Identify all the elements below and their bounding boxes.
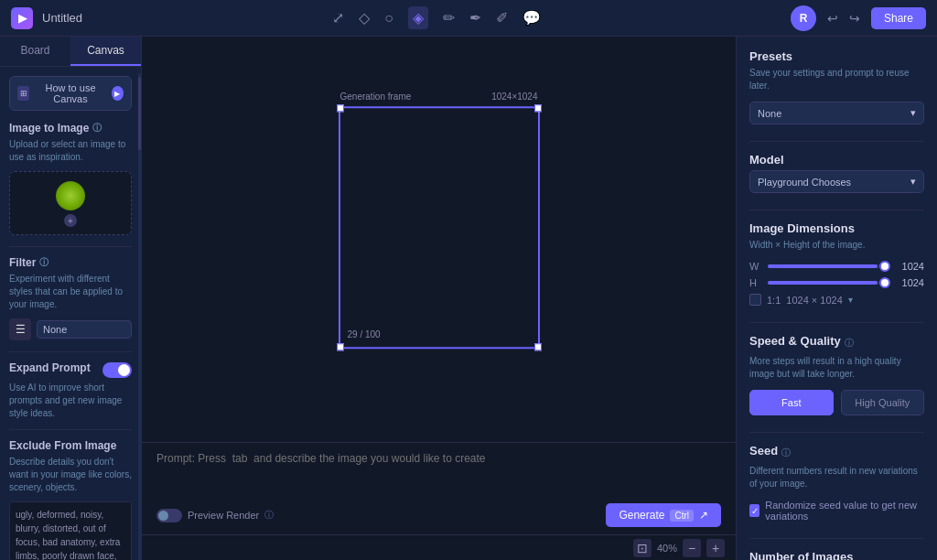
zoom-fit-button[interactable]: ⊡ xyxy=(633,539,652,557)
chevron-down-icon: ▾ xyxy=(910,107,916,119)
image-to-image-title: Image to Image ⓘ xyxy=(9,122,132,135)
exclude-textarea[interactable]: ugly, deformed, noisy, blurry, distorted… xyxy=(9,501,132,560)
height-label: H xyxy=(749,277,760,288)
divider-1 xyxy=(9,246,132,247)
frame-counter: 29 / 100 xyxy=(348,329,381,339)
divider-2 xyxy=(9,351,132,352)
aspect-chevron-icon: ▾ xyxy=(848,295,853,305)
zoom-level: 40% xyxy=(657,543,677,554)
height-slider-fill xyxy=(768,281,878,285)
generate-shortcut: Ctrl xyxy=(670,510,694,522)
document-title: Untitled xyxy=(42,11,82,25)
how-to-canvas-button[interactable]: ⊞ How to use Canvas ▶ xyxy=(9,76,132,111)
height-slider-thumb xyxy=(879,277,890,288)
corner-tr xyxy=(534,104,542,112)
undo-button[interactable]: ↩ xyxy=(824,9,842,27)
play-icon: ▶ xyxy=(112,86,124,101)
high-quality-mode-button[interactable]: High Quality xyxy=(841,390,925,415)
filter-info-icon: ⓘ xyxy=(39,256,48,269)
rs-divider-4 xyxy=(749,432,924,433)
topbar-right: R ↩ ↪ Share xyxy=(791,5,926,31)
model-chevron-icon: ▾ xyxy=(910,176,916,188)
aspect-ratio-checkbox[interactable] xyxy=(749,294,761,306)
rs-divider-1 xyxy=(749,141,924,142)
speed-quality-info-icon: ⓘ xyxy=(845,337,854,350)
width-slider-thumb xyxy=(879,261,890,272)
left-sidebar: Board Canvas ⊞ How to use Canvas ▶ Image… xyxy=(0,37,142,560)
presets-select[interactable]: None ▾ xyxy=(749,102,924,124)
topbar-left: ▶ Untitled xyxy=(11,7,82,29)
preview-render-toggle[interactable] xyxy=(156,509,182,522)
tool-shape-icon[interactable]: ○ xyxy=(384,10,393,27)
rs-divider-3 xyxy=(749,322,924,323)
expand-prompt-row: Expand Prompt xyxy=(9,361,132,378)
tool-paint-icon[interactable]: ✏ xyxy=(443,9,455,27)
aspect-ratio-row: 1:1 1024 × 1024 ▾ xyxy=(749,294,924,306)
main-layout: Board Canvas ⊞ How to use Canvas ▶ Image… xyxy=(0,37,937,560)
sidebar-content: ⊞ How to use Canvas ▶ Image to Image ⓘ U… xyxy=(0,67,141,560)
canvas-area: Generation frame 1024×1024 29 / 100 Prev… xyxy=(142,37,736,560)
filter-title: Filter ⓘ xyxy=(9,256,132,269)
prompt-input[interactable] xyxy=(156,452,721,485)
aspect-size-display: 1024 × 1024 xyxy=(786,295,842,306)
expand-prompt-title: Expand Prompt xyxy=(9,361,91,374)
topbar: ▶ Untitled ⤢ ◇ ○ ◈ ✏ ✒ ✐ 💬 R ↩ ↪ Share xyxy=(0,0,937,37)
canvas-main[interactable]: Generation frame 1024×1024 29 / 100 xyxy=(142,37,736,442)
preview-render-row: Preview Render ⓘ xyxy=(156,509,274,522)
seed-title: Seed xyxy=(749,444,778,458)
rs-divider-5 xyxy=(749,538,924,539)
randomize-seed-row: ✓ Randomize seed value to get new variat… xyxy=(749,500,924,522)
upload-preview-circle xyxy=(56,181,85,210)
aspect-ratio-label: 1:1 xyxy=(767,295,781,306)
share-button[interactable]: Share xyxy=(871,7,926,29)
canvas-footer: ⊡ 40% − + xyxy=(142,534,736,560)
preview-info-icon: ⓘ xyxy=(264,509,274,522)
image-to-image-desc: Upload or select an image to use as insp… xyxy=(9,138,132,164)
redo-button[interactable]: ↪ xyxy=(845,9,864,27)
model-title: Model xyxy=(749,153,924,167)
presets-title: Presets xyxy=(749,49,924,63)
frame-size: 1024×1024 xyxy=(491,92,537,102)
how-to-label: How to use Canvas xyxy=(35,82,106,104)
width-slider[interactable] xyxy=(768,264,889,268)
generate-arrow-icon: ↗ xyxy=(699,509,708,522)
tool-select-icon[interactable]: ◇ xyxy=(359,9,370,27)
randomize-seed-checkbox[interactable]: ✓ xyxy=(749,504,759,517)
tool-pen-icon[interactable]: ✐ xyxy=(496,9,508,27)
expand-prompt-toggle[interactable] xyxy=(102,362,132,378)
image-dimensions-section: Image Dimensions Width × Height of the i… xyxy=(749,221,924,306)
speed-quality-title: Speed & Quality xyxy=(749,334,841,348)
undo-redo-group: ↩ ↪ xyxy=(824,9,864,27)
tab-canvas[interactable]: Canvas xyxy=(70,37,141,66)
width-value: 1024 xyxy=(897,261,924,272)
tab-board[interactable]: Board xyxy=(0,37,70,66)
image-upload-area[interactable]: + xyxy=(9,171,132,235)
number-of-images-title: Number of Images xyxy=(749,550,924,560)
expand-prompt-desc: Use AI to improve short prompts and get … xyxy=(9,382,132,420)
seed-info-icon: ⓘ xyxy=(781,447,791,459)
speed-quality-section: Speed & Quality ⓘ More steps will result… xyxy=(749,334,924,415)
width-slider-fill xyxy=(768,264,878,268)
presets-value: None xyxy=(758,108,781,119)
height-value: 1024 xyxy=(897,277,924,288)
tool-cursor-icon[interactable]: ⤢ xyxy=(332,9,344,27)
presets-desc: Save your settings and prompt to reuse l… xyxy=(749,67,924,92)
tool-chat-icon[interactable]: 💬 xyxy=(522,9,541,27)
filter-select[interactable]: None xyxy=(37,320,132,339)
fast-mode-button[interactable]: Fast xyxy=(749,390,834,415)
zoom-out-button[interactable]: − xyxy=(683,539,701,557)
filter-icon: ☰ xyxy=(9,318,31,340)
avatar: R xyxy=(791,5,816,31)
generate-button[interactable]: Generate Ctrl ↗ xyxy=(606,503,721,527)
tool-eraser-icon[interactable]: ✒ xyxy=(469,9,481,27)
prompt-actions: Preview Render ⓘ Generate Ctrl ↗ xyxy=(142,498,736,534)
speed-quality-desc: More steps will result in a high quality… xyxy=(749,355,924,381)
presets-section: Presets Save your settings and prompt to… xyxy=(749,49,924,124)
scroll-thumb xyxy=(138,77,141,150)
model-select[interactable]: Playground Chooses ▾ xyxy=(749,170,924,193)
filter-desc: Experiment with different styles that ca… xyxy=(9,273,132,311)
height-slider[interactable] xyxy=(768,281,889,285)
app-logo[interactable]: ▶ xyxy=(11,7,33,29)
tool-active-icon[interactable]: ◈ xyxy=(408,6,428,29)
zoom-in-button[interactable]: + xyxy=(706,539,725,557)
